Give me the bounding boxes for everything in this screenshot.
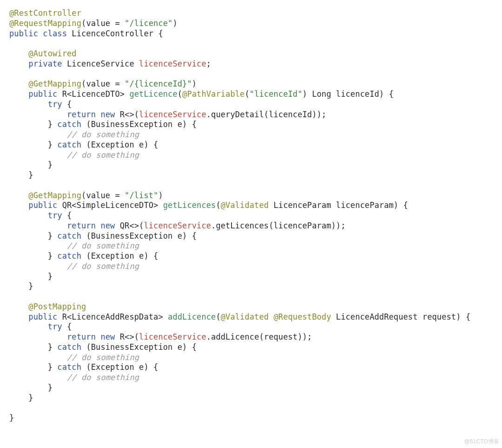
return-type: QR<SimpleLicenceDTO> xyxy=(57,201,163,210)
punct: ( xyxy=(216,201,220,210)
annotation: @Autowired xyxy=(28,49,76,58)
params: LicenceParam licenceParam) { xyxy=(269,201,408,210)
keyword: public xyxy=(28,89,57,99)
punct: } xyxy=(48,362,58,372)
punct: ( xyxy=(244,89,249,99)
punct: } xyxy=(28,281,33,291)
field-name: licenceService xyxy=(139,110,206,119)
annotation: @PathVariable xyxy=(182,89,244,99)
punct: ; xyxy=(206,59,211,68)
annotation: @RequestMapping xyxy=(9,19,81,28)
comment: // do something xyxy=(67,353,139,362)
punct: } xyxy=(48,160,53,169)
comment: // do something xyxy=(67,130,139,139)
annotation: @PostMapping xyxy=(28,302,86,311)
punct: ) xyxy=(302,89,307,99)
expr: R<>( xyxy=(115,332,139,341)
punct: } xyxy=(48,251,58,261)
type: LicenceService xyxy=(62,59,139,68)
expr: QR<>( xyxy=(115,221,144,230)
annotation: @Validated xyxy=(221,201,269,210)
annotation: @RestController xyxy=(9,8,81,18)
catch-args: (Exception e) { xyxy=(81,362,158,372)
keyword: public xyxy=(28,201,57,210)
keyword: catch xyxy=(57,251,81,261)
return-type: R<LicenceAddRespData> xyxy=(57,312,168,321)
keyword: try xyxy=(48,211,62,220)
keyword: try xyxy=(48,100,62,109)
method-name: getLicences xyxy=(163,201,216,210)
comment: // do something xyxy=(67,150,139,160)
annotation-arg-key: value = xyxy=(86,79,125,88)
keyword: public class xyxy=(9,29,67,38)
method-call: .getLicences(licenceParam)); xyxy=(211,221,345,230)
method-name: getLicence xyxy=(129,89,177,99)
punct: } xyxy=(48,383,53,392)
annotation: @RequestBody xyxy=(273,312,331,321)
keyword: public xyxy=(28,312,57,321)
keyword: catch xyxy=(57,120,81,129)
catch-args: (BusinessException e) { xyxy=(81,120,197,129)
string-literal: "/{licenceId}" xyxy=(125,79,192,88)
punct: } xyxy=(48,342,58,352)
string-literal: "/licence" xyxy=(125,19,172,28)
punct: } xyxy=(48,120,58,129)
keyword: catch xyxy=(57,342,81,352)
punct: ( xyxy=(178,89,182,99)
keyword: catch xyxy=(57,140,81,149)
method-call: .addLicence(request)); xyxy=(206,332,312,341)
class-name: LicenceController { xyxy=(67,29,163,38)
annotation: @GetMapping xyxy=(28,79,81,88)
punct: ( xyxy=(216,312,220,321)
method-name: addLicence xyxy=(168,312,216,321)
punct: { xyxy=(62,100,72,109)
punct: } xyxy=(48,231,58,241)
annotation-arg-key: value = xyxy=(86,191,125,200)
annotation-arg-key: value = xyxy=(86,19,125,28)
comment: // do something xyxy=(67,261,139,271)
keyword: private xyxy=(28,59,62,68)
string-literal: "/list" xyxy=(125,191,158,200)
field-name: licenceService xyxy=(144,221,211,230)
keyword: return new xyxy=(67,221,115,230)
field-name: licenceService xyxy=(139,332,206,341)
keyword: return new xyxy=(67,110,115,119)
return-type: R<LicenceDTO> xyxy=(57,89,129,99)
annotation: @Validated xyxy=(221,312,269,321)
catch-args: (BusinessException e) { xyxy=(81,342,197,352)
comment: // do something xyxy=(67,241,139,250)
params: LicenceAddRequest request) { xyxy=(331,312,471,321)
watermark-text: @51CTO博客 xyxy=(464,438,499,445)
method-call: .queryDetail(licenceId)); xyxy=(206,110,326,119)
catch-args: (Exception e) { xyxy=(81,251,158,261)
punct: } xyxy=(48,272,53,281)
punct: } xyxy=(28,393,33,402)
keyword: return new xyxy=(67,332,115,341)
punct: { xyxy=(62,322,72,331)
punct: } xyxy=(9,413,14,422)
annotation: @GetMapping xyxy=(28,191,81,200)
punct: { xyxy=(62,211,72,220)
punct: } xyxy=(28,170,33,180)
keyword: catch xyxy=(57,231,81,241)
comment: // do something xyxy=(67,373,139,382)
code-block: @RestController @RequestMapping(value = … xyxy=(0,0,502,433)
keyword: catch xyxy=(57,362,81,372)
expr: R<>( xyxy=(115,110,139,119)
catch-args: (BusinessException e) { xyxy=(81,231,197,241)
field-name: licenceService xyxy=(139,59,206,68)
catch-args: (Exception e) { xyxy=(81,140,158,149)
keyword: try xyxy=(48,322,62,331)
string-literal: "licenceId" xyxy=(250,89,303,99)
punct: } xyxy=(48,140,58,149)
params: Long licenceId) { xyxy=(307,89,394,99)
